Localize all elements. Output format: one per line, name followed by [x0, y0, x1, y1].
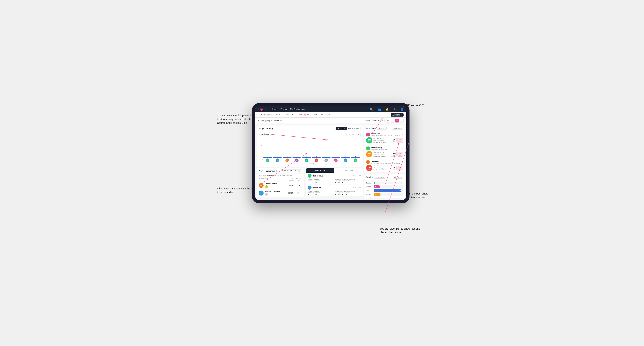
bar-m-miller: 3 [332, 156, 340, 158]
all-shots-filter[interactable]: All Shots ▾ [377, 127, 386, 130]
tab-pgat-players[interactable]: PGAT Players [258, 112, 274, 117]
team-header: Team Clippd | 14 Players ✏ Show: Last 3 … [255, 118, 406, 124]
edit-icon[interactable]: ✏ [280, 120, 282, 122]
score-bar-birdies [374, 185, 380, 188]
practice-filter[interactable]: PUTT Must Make Putting ... [281, 170, 302, 172]
toggle-practice-drills[interactable]: Practice Drills [347, 127, 360, 130]
lb-avg-edward: 107 [296, 192, 302, 194]
shot-david-ford: David Ford 24 Aug 2023 · Royal North Dev… [364, 159, 404, 173]
tab-hcaps[interactable]: Hcaps 1-5 [282, 112, 296, 117]
avatar-r-butler: RB [324, 159, 328, 162]
lb-row-edward: EC Edward Crossman 2 18/20 107 [257, 189, 304, 197]
right-panel: Best Shots All Shots ▾ All Players ▾ Mat… [364, 126, 404, 198]
view-card-icon[interactable]: ♥ [395, 119, 399, 123]
nav-teams[interactable]: Teams [280, 108, 287, 110]
add-team-button[interactable]: Add Team + [391, 113, 404, 117]
nav-my-performance[interactable]: My Performance [290, 108, 306, 110]
show-select[interactable]: Last 3 months [371, 119, 385, 122]
avatar-d-ford: DF [286, 159, 289, 162]
shot-avatar-david [366, 160, 370, 164]
bar-e-crossman: 2 [341, 156, 350, 158]
score-row-birdies: Birdies 96 [366, 185, 403, 188]
lb-avg-richard: 110 [296, 184, 302, 186]
best-shots-title: Best Shots [366, 127, 376, 129]
chart-subtitle-text: On Course [259, 134, 269, 136]
stat-carry-blair: 0 yds [397, 152, 403, 157]
lb-score-richard: 19/20 [287, 184, 294, 186]
lb-avatar-richard: RB [259, 183, 264, 188]
plus-circle-icon[interactable]: ⊕ [394, 108, 396, 111]
tab-pga[interactable]: PGA [274, 112, 282, 117]
bar-b-mcharg: 13 [263, 156, 272, 158]
avatar-e-ebert: EE [305, 159, 308, 162]
shot-chevron-blair[interactable]: › [402, 147, 403, 150]
shot-player-row-matt: Matt Miller 09 Jun 2023 · Royal North De… [366, 133, 403, 137]
annotation-bottomright2: You can also filter to show just one pla… [380, 227, 429, 234]
lb-score-edward: 18/20 [287, 192, 294, 194]
shot-avatar-blair [366, 147, 370, 150]
scoring-filter-players[interactable]: All Players [393, 176, 403, 178]
avatar-j-coles: JC [295, 159, 298, 162]
all-players-filter[interactable]: All Players ▾ [392, 127, 403, 130]
view-more-icon[interactable]: ⋮ [400, 119, 404, 123]
tab-all-players[interactable]: All Players [319, 112, 332, 117]
active-date-blair: 26 Aug 2023 [353, 175, 361, 177]
bottom-row: Practice Leaderboards PUTT Must Make Put… [257, 168, 362, 197]
bar-d-ford: 10 [282, 156, 292, 158]
scoring-filter-pars[interactable]: Par 3, 4 & 5s [374, 176, 385, 178]
avatar-g-billingham: GB [315, 159, 318, 162]
stat-group-rounds-rees: Total Rounds Tournament8 Practice4 [308, 190, 334, 195]
shot-player-row-blair: Blair McHarg 23 Jul 2023 · Ashridge GC, … [366, 147, 403, 150]
shot-player-meta-blair: 23 Jul 2023 · Ashridge GC, Hole 15 [371, 149, 401, 150]
main-content: Player Activity On Course Practice Drill… [255, 124, 406, 200]
bar-j-coles: 9 [292, 156, 301, 158]
active-player-row-blair: Blair McHarg 26 Aug 2023 [308, 174, 361, 178]
view-grid-icon[interactable]: ⊞ [386, 119, 390, 123]
stat-dist-matt: 67 yds [391, 138, 396, 143]
left-panel: Player Activity On Course Practice Drill… [257, 126, 362, 198]
active-player-rees: Rees Britt 02 Sep 2023 Total Rounds Tour… [306, 185, 362, 197]
shot-info-david: Shot Dist: 16 ydsStart Lie: RoughEnd Lie… [374, 165, 390, 171]
shot-player-meta-david: 24 Aug 2023 · Royal North Devon GC, Hole… [371, 162, 401, 164]
view-list-icon[interactable]: ⊟ [390, 119, 394, 123]
score-bar-container-eagles: 3 [374, 181, 403, 184]
shot-avatar-matt [366, 133, 370, 137]
active-name-blair: Blair McHarg [312, 175, 352, 177]
stat-group-practice-blair: Total Practice Activities GTT0 APP0 ARG0… [334, 178, 361, 183]
top-nav: clippd Home Teams My Performance 🔍 👥 🔔 ⊕… [255, 106, 406, 112]
bar-r-britt: 12 [273, 156, 282, 158]
tab-least-active[interactable]: Least Active [334, 168, 362, 173]
score-row-bogeys: Bogeys 115 [366, 193, 403, 196]
avatar-e-crossman: EC [344, 159, 348, 162]
active-player-blair: Blair McHarg 26 Aug 2023 Total Rounds To… [306, 173, 362, 185]
active-avatar-blair [308, 174, 312, 178]
shot-player-info-matt: Matt Miller 09 Jun 2023 · Royal North De… [371, 133, 401, 136]
avatar-l-robertson: LR [354, 159, 357, 162]
bars-container: 13 12 [262, 137, 360, 158]
team-name: Team Clippd | 14 Players [258, 120, 279, 122]
profile-icon[interactable]: 👤 [400, 108, 404, 111]
avatar-m-miller: MM [334, 159, 338, 162]
shot-badge-david: 198SG [366, 165, 372, 171]
tab-tour[interactable]: Tour [311, 112, 319, 117]
shot-chevron-david[interactable]: › [402, 161, 403, 163]
toggle-on-course[interactable]: On Course [336, 127, 347, 130]
shot-badge-matt: 200SG [366, 137, 372, 144]
stat-dist-blair: 43 yds [391, 152, 396, 157]
chart-subtitle: On Course Total Rounds ▾ [259, 133, 360, 136]
chart-filter-dropdown[interactable]: Total Rounds ▾ [346, 133, 360, 136]
active-stats-rees: Total Rounds Tournament8 Practice4 Total… [308, 190, 361, 195]
tab-team-clippd[interactable]: Team Clippd [296, 112, 311, 117]
shot-chevron-matt[interactable]: › [402, 133, 403, 136]
active-date-rees: 02 Sep 2023 [353, 187, 361, 188]
score-row-pars: Pars 499 [366, 189, 403, 192]
most-active-card: Most Active Least Active Blair McHarg 26… [306, 168, 362, 197]
active-stats-blair: Total Rounds Tournament7 Practice6 Total… [308, 178, 361, 183]
tab-most-active[interactable]: Most Active [306, 168, 334, 173]
leaderboard-subtitle: PUTT Must Make Putting (3-6 ft), Last 3 … [257, 174, 304, 177]
nav-home[interactable]: Home [272, 108, 277, 110]
search-icon[interactable]: 🔍 [370, 108, 373, 111]
users-icon[interactable]: 👥 [378, 108, 381, 111]
bell-icon[interactable]: 🔔 [386, 108, 389, 111]
score-bar-pars [374, 189, 402, 192]
